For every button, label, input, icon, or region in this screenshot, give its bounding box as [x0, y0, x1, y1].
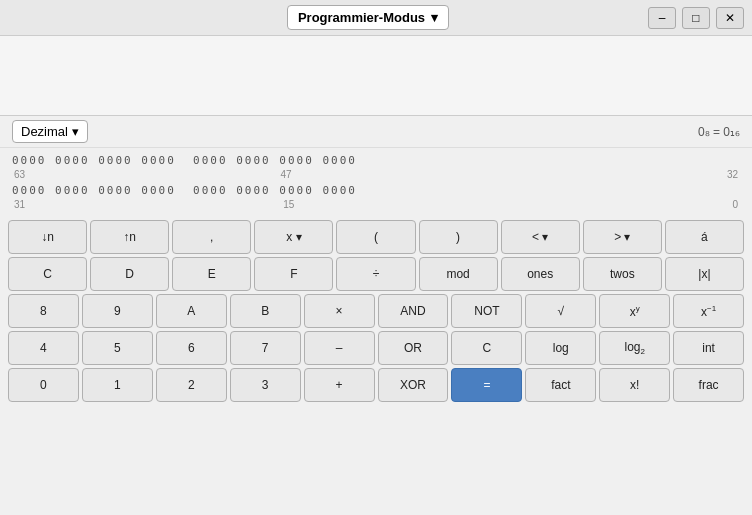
- key-ones[interactable]: ones: [501, 257, 580, 291]
- key-open-paren[interactable]: (: [336, 220, 415, 254]
- key-xfact[interactable]: x!: [599, 368, 670, 402]
- restore-button[interactable]: □: [682, 7, 710, 29]
- key-close-paren[interactable]: ): [419, 220, 498, 254]
- key-B[interactable]: B: [230, 294, 301, 328]
- bit-row-1: 0000 0000 0000 0000 0000 0000 0000 0000: [12, 154, 740, 167]
- key-left-shift-dropdown[interactable]: < ▾: [501, 220, 580, 254]
- key-right-shift-dropdown[interactable]: > ▾: [583, 220, 662, 254]
- base-arrow-icon: ▾: [72, 124, 79, 139]
- key-xy[interactable]: xy: [599, 294, 670, 328]
- base-select[interactable]: Dezimal ▾: [12, 120, 88, 143]
- titlebar-center: Programmier-Modus ▾: [287, 5, 449, 30]
- key-AND[interactable]: AND: [378, 294, 449, 328]
- key-1[interactable]: 1: [82, 368, 153, 402]
- key-4[interactable]: 4: [8, 331, 79, 365]
- base-row: Dezimal ▾ 0₈ = 0₁₆: [0, 116, 752, 148]
- base-info: 0₈ = 0₁₆: [698, 125, 740, 139]
- key-log2[interactable]: log2: [599, 331, 670, 365]
- key-abs[interactable]: |x|: [665, 257, 744, 291]
- key-C2[interactable]: C: [451, 331, 522, 365]
- key-row-4: 4 5 6 7 – OR C log log2 int: [8, 331, 744, 365]
- key-5[interactable]: 5: [82, 331, 153, 365]
- key-2[interactable]: 2: [156, 368, 227, 402]
- calculator-window: Programmier-Modus ▾ – □ ✕ Dezimal ▾ 0₈ =…: [0, 0, 752, 515]
- key-row-2: C D E F ÷ mod ones twos |x|: [8, 257, 744, 291]
- key-int[interactable]: int: [673, 331, 744, 365]
- key-8[interactable]: 8: [8, 294, 79, 328]
- key-equals[interactable]: =: [451, 368, 522, 402]
- key-NOT[interactable]: NOT: [451, 294, 522, 328]
- key-sqrt[interactable]: √: [525, 294, 596, 328]
- key-row-1: ↓n ↑n , x ▾ ( ) < ▾ > ▾ á: [8, 220, 744, 254]
- key-up-n[interactable]: ↑n: [90, 220, 169, 254]
- key-0[interactable]: 0: [8, 368, 79, 402]
- close-button[interactable]: ✕: [716, 7, 744, 29]
- bit-labels-2: 31 15 0: [12, 199, 740, 210]
- titlebar: Programmier-Modus ▾ – □ ✕: [0, 0, 752, 36]
- key-6[interactable]: 6: [156, 331, 227, 365]
- mode-dropdown[interactable]: Programmier-Modus ▾: [287, 5, 449, 30]
- key-minus[interactable]: –: [304, 331, 375, 365]
- bit-display: 0000 0000 0000 0000 0000 0000 0000 0000 …: [0, 148, 752, 216]
- key-row-3: 8 9 A B × AND NOT √ xy x−1: [8, 294, 744, 328]
- key-OR[interactable]: OR: [378, 331, 449, 365]
- key-log[interactable]: log: [525, 331, 596, 365]
- titlebar-controls: – □ ✕: [648, 7, 744, 29]
- key-down-n[interactable]: ↓n: [8, 220, 87, 254]
- dropdown-arrow-icon: ▾: [431, 10, 438, 25]
- key-x-dropdown[interactable]: x ▾: [254, 220, 333, 254]
- display-input[interactable]: [12, 75, 740, 107]
- key-plus[interactable]: +: [304, 368, 375, 402]
- key-row-5: 0 1 2 3 + XOR = fact x! frac: [8, 368, 744, 402]
- key-a-accent[interactable]: á: [665, 220, 744, 254]
- key-9[interactable]: 9: [82, 294, 153, 328]
- key-twos[interactable]: twos: [583, 257, 662, 291]
- key-7[interactable]: 7: [230, 331, 301, 365]
- key-frac[interactable]: frac: [673, 368, 744, 402]
- bit-string-2: 0000 0000 0000 0000 0000 0000 0000 0000: [12, 184, 357, 197]
- key-A[interactable]: A: [156, 294, 227, 328]
- base-label: Dezimal: [21, 124, 68, 139]
- bit-row-2: 0000 0000 0000 0000 0000 0000 0000 0000: [12, 184, 740, 197]
- bit-labels-1: 63 47 32: [12, 169, 740, 180]
- mode-label: Programmier-Modus: [298, 10, 425, 25]
- key-fact[interactable]: fact: [525, 368, 596, 402]
- key-multiply[interactable]: ×: [304, 294, 375, 328]
- key-D[interactable]: D: [90, 257, 169, 291]
- key-mod[interactable]: mod: [419, 257, 498, 291]
- keypad: ↓n ↑n , x ▾ ( ) < ▾ > ▾ á C D E F ÷ mod …: [0, 216, 752, 515]
- bit-string-1: 0000 0000 0000 0000 0000 0000 0000 0000: [12, 154, 357, 167]
- key-E[interactable]: E: [172, 257, 251, 291]
- minimize-button[interactable]: –: [648, 7, 676, 29]
- key-xinverse[interactable]: x−1: [673, 294, 744, 328]
- key-divide[interactable]: ÷: [336, 257, 415, 291]
- key-comma[interactable]: ,: [172, 220, 251, 254]
- key-XOR[interactable]: XOR: [378, 368, 449, 402]
- key-3[interactable]: 3: [230, 368, 301, 402]
- key-F[interactable]: F: [254, 257, 333, 291]
- key-C[interactable]: C: [8, 257, 87, 291]
- display-area: [0, 36, 752, 116]
